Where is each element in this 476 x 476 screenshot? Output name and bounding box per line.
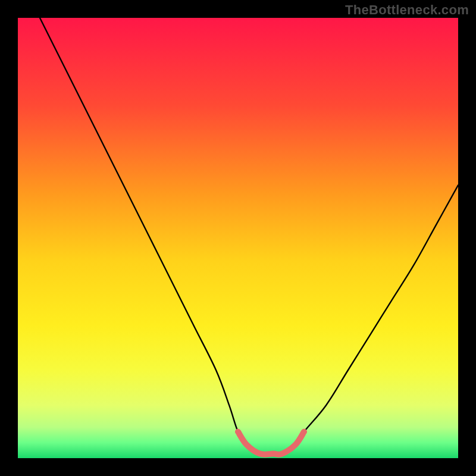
bottleneck-chart <box>18 18 458 458</box>
chart-frame: TheBottleneck.com <box>0 0 476 476</box>
watermark-text: TheBottleneck.com <box>345 2 469 18</box>
gradient-background <box>18 18 458 458</box>
